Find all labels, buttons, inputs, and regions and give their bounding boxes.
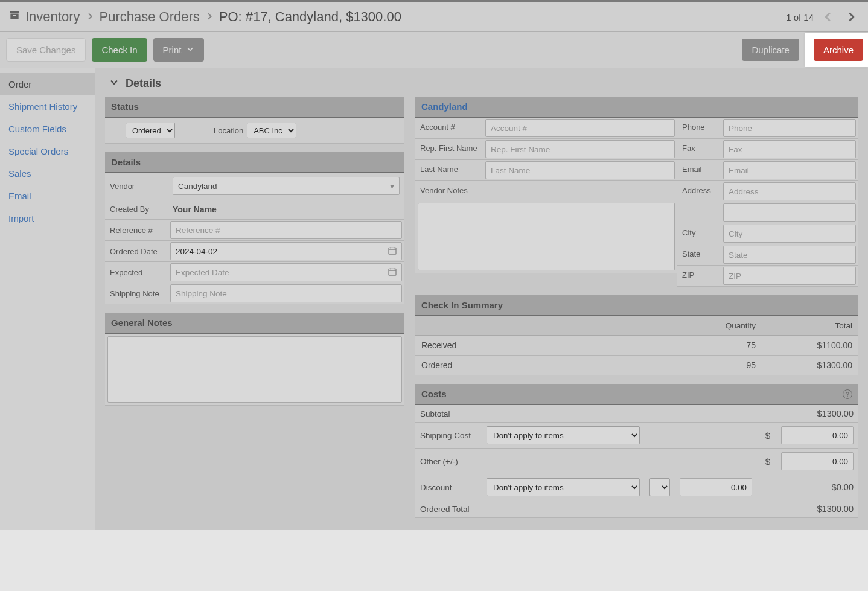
ordered-label: Ordered [415,356,665,375]
phone-label: Phone [677,118,721,138]
costs-subtotal-row: Subtotal $1300.00 [415,405,858,423]
help-icon[interactable]: ? [843,389,852,399]
received-qty: 75 [665,336,762,355]
sidebar-item-email[interactable]: Email [0,185,95,207]
discount-value: $0.00 [753,479,858,496]
ordered-date-label: Ordered Date [105,241,168,261]
costs-other-row: Other (+/-) $ [415,449,858,474]
last-name-label: Last Name [415,160,483,180]
reference-label: Reference # [105,220,168,240]
zip-label: ZIP [677,266,721,286]
costs-section-title: Costs ? [415,384,858,405]
received-total: $1100.00 [762,336,858,355]
email-label: Email [677,160,721,180]
city-label: City [677,223,721,244]
state-input[interactable] [723,246,856,264]
sidebar-item-sales[interactable]: Sales [0,162,95,185]
fax-label: Fax [677,139,721,159]
pager-text: 1 of 14 [786,12,814,22]
checkin-summary-title: Check In Summary [415,295,858,316]
pager-prev-button [820,8,837,25]
archive-box-icon [8,9,21,25]
other-currency: $ [759,453,776,470]
sidebar-item-shipment-history[interactable]: Shipment History [0,95,95,118]
discount-currency-select[interactable]: $ [649,478,670,496]
ordered-date-input[interactable] [170,242,402,260]
duplicate-button[interactable]: Duplicate [742,39,799,61]
shipping-apply-select[interactable]: Don't apply to items [487,426,640,444]
fax-input[interactable] [723,140,856,158]
chevron-down-icon [186,45,194,55]
save-changes-button: Save Changes [6,38,86,62]
summary-header-row: Quantity Total [415,316,858,336]
email-input[interactable] [723,161,856,179]
ordered-total-value: $1300.00 [759,500,858,517]
status-select[interactable]: Ordered [126,123,175,138]
details-toggle[interactable]: Details [109,77,858,91]
breadcrumb-purchase-orders[interactable]: Purchase Orders [100,9,200,25]
general-notes-title: General Notes [105,313,404,334]
state-label: State [677,244,721,265]
vendor-combo[interactable]: Candyland ▾ [173,177,400,195]
ordered-total-label: Ordered Total [415,501,482,517]
col-quantity: Quantity [665,316,762,335]
phone-input[interactable] [723,119,856,137]
svg-rect-1 [10,14,18,19]
archive-button[interactable]: Archive [814,39,863,61]
svg-rect-3 [389,248,396,254]
shipping-note-label: Shipping Note [105,283,168,304]
rep-first-label: Rep. First Name [415,139,483,159]
other-label: Other (+/-) [415,453,482,470]
breadcrumb: Inventory Purchase Orders PO: #17, Candy… [8,9,401,25]
shipping-note-input[interactable] [170,284,402,302]
print-button[interactable]: Print [153,38,205,62]
col-total: Total [762,316,858,335]
check-in-button[interactable]: Check In [92,38,147,62]
summary-ordered-row: Ordered 95 $1300.00 [415,356,858,375]
vendor-notes-label: Vendor Notes [415,181,483,200]
address-input[interactable] [723,182,856,200]
location-select[interactable]: ABC Inc [247,123,296,138]
general-notes-textarea[interactable] [107,336,402,403]
caret-down-icon: ▾ [390,181,394,191]
expected-label: Expected [105,262,168,283]
address-label: Address [677,181,721,202]
rep-first-input[interactable] [485,140,675,158]
svg-rect-2 [13,15,16,16]
sidebar-item-special-orders[interactable]: Special Orders [0,140,95,162]
pager-next-button[interactable] [843,8,860,25]
shipping-currency: $ [759,427,776,444]
breadcrumb-inventory[interactable]: Inventory [25,9,80,25]
shipping-cost-input[interactable] [781,426,854,444]
details-section-title: Details [105,152,404,173]
discount-apply-select[interactable]: Don't apply to items [487,478,640,496]
costs-discount-row: Discount Don't apply to items $ $0.00 [415,474,858,500]
shipping-cost-label: Shipping Cost [415,427,482,444]
address2-input[interactable] [723,203,856,222]
vendor-panel-title[interactable]: Candyland [415,97,858,118]
account-input[interactable] [485,119,675,137]
status-section-title: Status [105,97,404,118]
vendor-notes-textarea[interactable] [418,203,675,270]
calendar-icon[interactable] [388,246,397,257]
other-cost-input[interactable] [781,452,854,470]
breadcrumb-current: PO: #17, Candyland, $1300.00 [219,9,401,25]
vendor-label: Vendor [105,173,168,199]
costs-shipping-row: Shipping Cost Don't apply to items $ [415,423,858,449]
location-label: Location [214,126,243,135]
discount-label: Discount [415,479,482,496]
archive-highlight-frame: Archive [805,33,868,67]
createdby-value: Your Name [168,199,404,219]
zip-input[interactable] [723,267,856,285]
sidebar-item-import[interactable]: Import [0,207,95,229]
sidebar: Order Shipment History Custom Fields Spe… [0,68,95,530]
last-name-input[interactable] [485,161,675,179]
city-input[interactable] [723,225,856,243]
expected-date-input[interactable] [170,263,402,281]
discount-input[interactable] [680,478,752,496]
sidebar-item-custom-fields[interactable]: Custom Fields [0,118,95,140]
ordered-total: $1300.00 [762,356,858,375]
calendar-icon[interactable] [388,267,397,278]
sidebar-item-order[interactable]: Order [0,73,95,95]
reference-input[interactable] [170,221,402,239]
